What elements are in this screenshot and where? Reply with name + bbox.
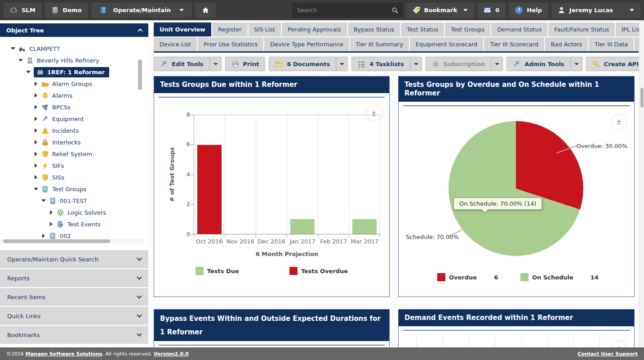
expand-arrow-icon[interactable] bbox=[34, 93, 38, 98]
tree-item-clampett[interactable]: CLAMPETT bbox=[0, 43, 148, 54]
selected-tree-item[interactable]: 1REF: 1 Reformer bbox=[34, 67, 109, 77]
legend-item-tests-overdue[interactable]: Tests Overdue bbox=[289, 267, 348, 275]
tab-tier-iii-scorecard[interactable]: Tier III Scorecard bbox=[484, 37, 544, 51]
bookmark-dropdown[interactable]: Bookmark bbox=[406, 3, 475, 18]
bar[interactable] bbox=[290, 219, 315, 234]
tab-test-status[interactable]: Test Status bbox=[401, 22, 444, 36]
subscription-dropdown[interactable] bbox=[491, 57, 503, 71]
tab-register[interactable]: Register bbox=[212, 22, 248, 36]
sidebar-section-quick-links[interactable]: Quick Links bbox=[0, 307, 148, 325]
tab-bad-actors[interactable]: Bad Actors bbox=[545, 37, 588, 51]
expand-arrow-icon[interactable] bbox=[34, 152, 38, 156]
expand-arrow-icon[interactable] bbox=[34, 105, 38, 109]
edit-tools-button[interactable]: Edit Tools bbox=[154, 57, 210, 71]
sidebar-section-recent-items[interactable]: Recent Items bbox=[0, 288, 148, 306]
tasklists-button[interactable]: 4 Tasklists bbox=[351, 57, 410, 71]
tab-ipl-list[interactable]: IPL List bbox=[616, 22, 639, 36]
help-button[interactable]: Help bbox=[509, 3, 548, 18]
expand-arrow-icon[interactable] bbox=[41, 234, 46, 238]
documents-dropdown[interactable] bbox=[336, 57, 348, 71]
legend-item-on-schedule[interactable]: On Schedule 14 bbox=[520, 273, 599, 281]
tree-item-alarm-groups[interactable]: Alarm Groups bbox=[0, 78, 148, 90]
notifications-button[interactable]: 0 bbox=[477, 3, 506, 18]
tab-bypass-status[interactable]: Bypass Status bbox=[348, 22, 400, 36]
tab-equipment-scorecard[interactable]: Equipment Scorecard bbox=[410, 37, 483, 51]
tree-item-relief-system[interactable]: Relief System bbox=[0, 148, 148, 160]
tab-revisions[interactable]: Revisions bbox=[635, 37, 639, 51]
expand-arrow-icon[interactable] bbox=[26, 70, 31, 74]
edit-tools-dropdown[interactable] bbox=[210, 57, 222, 71]
tree-item-sifs[interactable]: SIFs bbox=[0, 160, 148, 171]
tree-item-001-test[interactable]: 001-TEST bbox=[0, 195, 148, 207]
tree-item-logic-solvers[interactable]: Logic Solvers bbox=[0, 207, 148, 218]
copyright-prefix: ©2016 bbox=[6, 351, 26, 357]
expand-arrow-icon[interactable] bbox=[49, 210, 53, 215]
tab-sis-list[interactable]: SIS List bbox=[249, 22, 281, 36]
module-dropdown[interactable]: Operate/Maintain bbox=[91, 3, 192, 18]
sidebar-section-bookmarks[interactable]: Bookmarks bbox=[0, 326, 148, 344]
bar[interactable] bbox=[197, 145, 222, 234]
expand-arrow-icon[interactable] bbox=[34, 117, 38, 121]
legend-item-overdue[interactable]: Overdue 6 bbox=[437, 273, 498, 281]
tab-tier-iii-data[interactable]: Tier III Data bbox=[589, 37, 634, 51]
tree-item-test-groups[interactable]: Test Groups bbox=[0, 183, 148, 195]
pie[interactable] bbox=[449, 121, 583, 256]
tab-prior-use-statistics[interactable]: Prior Use Statistics bbox=[198, 37, 263, 51]
legend-item-tests-due[interactable]: Tests Due bbox=[195, 267, 239, 275]
tree-vertical-scrollbar[interactable] bbox=[138, 59, 142, 90]
tab-demand-status[interactable]: Demand Status bbox=[491, 22, 547, 36]
tree-item-beverly-hills-refinery[interactable]: Beverly Hills Refinery bbox=[0, 54, 148, 66]
expand-arrow-icon[interactable] bbox=[34, 81, 38, 86]
chevron-up-icon[interactable] bbox=[138, 28, 142, 33]
expand-arrow-icon[interactable] bbox=[34, 187, 38, 191]
scrollbar-thumb[interactable] bbox=[3, 239, 110, 243]
expand-arrow-icon[interactable] bbox=[18, 58, 23, 63]
tab-unit-overview[interactable]: Unit Overview bbox=[154, 22, 211, 36]
admin-tools-button[interactable]: Admin Tools bbox=[506, 57, 570, 71]
scrollbar-thumb[interactable] bbox=[640, 88, 644, 108]
tree-item-siss[interactable]: SISs bbox=[0, 171, 148, 183]
tree-item-bpcss[interactable]: BPCSs bbox=[0, 101, 148, 113]
tab-tier-iii-summary[interactable]: Tier III Summary bbox=[350, 37, 409, 51]
contact-support-link[interactable]: Contact User Support bbox=[577, 351, 638, 357]
tab-fault-failure-status[interactable]: Fault/Failure Status bbox=[548, 22, 615, 36]
tasklists-dropdown[interactable] bbox=[410, 57, 422, 71]
download-chart-button[interactable] bbox=[611, 114, 627, 130]
create-api-button[interactable]: Create API bbox=[586, 57, 639, 71]
tab-device-list[interactable]: Device List bbox=[154, 37, 197, 51]
bar[interactable] bbox=[352, 219, 377, 234]
page-scrollbar[interactable] bbox=[639, 20, 644, 347]
print-button[interactable]: Print bbox=[225, 57, 266, 71]
search-icon[interactable] bbox=[391, 7, 399, 14]
tab-pending-approvals[interactable]: Pending Approvals bbox=[282, 22, 347, 36]
sidebar-section-reports[interactable]: Reports bbox=[0, 269, 148, 287]
tree-item-1ref-1-reformer[interactable]: 1REF: 1 Reformer bbox=[0, 66, 148, 78]
expand-arrow-icon[interactable] bbox=[34, 163, 38, 168]
expand-arrow-icon[interactable] bbox=[11, 46, 15, 51]
admin-tools-dropdown[interactable] bbox=[571, 57, 582, 71]
expand-arrow-icon[interactable] bbox=[41, 198, 46, 203]
expand-arrow-icon[interactable] bbox=[49, 222, 53, 226]
user-menu[interactable]: Jeremy Lucas bbox=[551, 3, 640, 18]
tree-item-incidents[interactable]: Incidents bbox=[0, 125, 148, 136]
tree-item-test-events[interactable]: Test Events bbox=[0, 218, 148, 230]
tree-horizontal-scrollbar[interactable] bbox=[0, 239, 143, 243]
environment-button[interactable]: Demo bbox=[45, 3, 88, 18]
documents-button[interactable]: 6 Documents bbox=[269, 57, 336, 71]
tree-item-equipment[interactable]: Equipment bbox=[0, 113, 148, 125]
subscription-button[interactable]: Subscription bbox=[426, 57, 491, 71]
brand-button[interactable]: SLM bbox=[4, 3, 42, 18]
company-link[interactable]: Mangan Software Solutions bbox=[26, 351, 102, 357]
expand-arrow-icon[interactable] bbox=[34, 175, 38, 180]
expand-arrow-icon[interactable] bbox=[34, 128, 38, 133]
tab-test-groups[interactable]: Test Groups bbox=[445, 22, 490, 36]
home-button[interactable] bbox=[195, 3, 216, 18]
tab-device-type-performance[interactable]: Device Type Performance bbox=[264, 37, 349, 51]
version-link[interactable]: Version2.0.0 bbox=[154, 351, 189, 357]
sidebar-section-quick-search[interactable]: Operate/Maintain Quick Search bbox=[0, 250, 148, 268]
object-tree-header[interactable]: Object Tree bbox=[0, 23, 148, 37]
tree-item-interlocks[interactable]: Interlocks bbox=[0, 136, 148, 148]
tree-item-alarms[interactable]: Alarms bbox=[0, 90, 148, 101]
expand-arrow-icon[interactable] bbox=[34, 140, 38, 144]
search-input[interactable] bbox=[296, 6, 391, 14]
